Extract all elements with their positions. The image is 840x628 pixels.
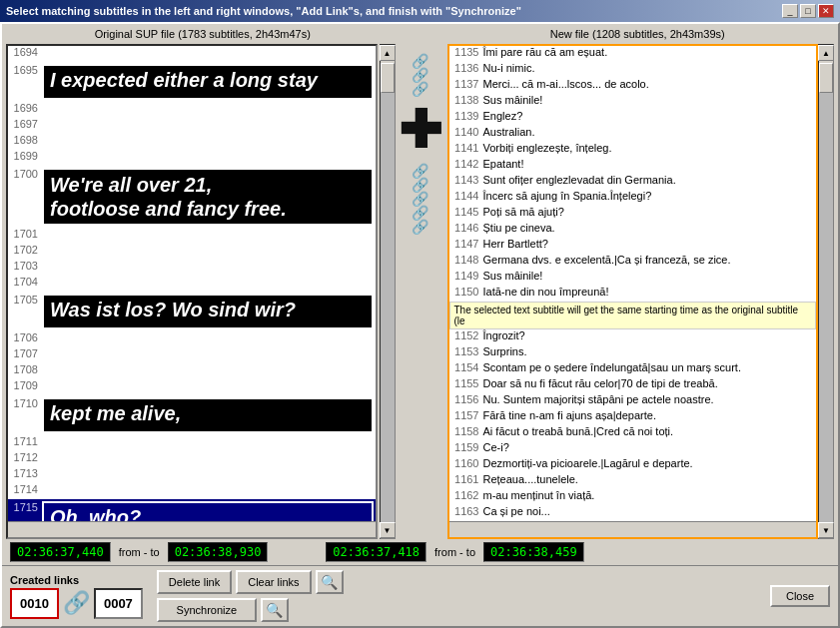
list-item: 1146Știu pe cineva. [449,222,817,238]
list-item-selected[interactable]: 1715 Oh, who? [8,499,376,521]
right-subtitle-panel[interactable]: 1135Îmi pare rău că am eșuat. 1136Nu-i n… [447,44,819,539]
delete-link-button[interactable]: Delete link [157,570,232,594]
link-badge-2: 0007 [94,588,143,619]
search-right-button[interactable]: 🔍 [316,570,344,594]
list-item: 1704 [8,276,376,292]
list-item: 1707 [8,347,376,363]
right-timecode-start: 02:36:37,418 [326,542,426,562]
link-chain-icon: 🔗 [63,590,90,616]
list-item: 1145Poți să mă ajuți? [449,206,817,222]
bottom-buttons-row: Synchronize 🔍 [157,598,344,622]
right-scroll-area[interactable]: 1135Îmi pare rău că am eșuat. 1136Nu-i n… [449,46,817,521]
list-item: 1714 [8,483,376,499]
list-item: 1158Ai făcut o treabă bună.|Cred că noi … [449,425,817,441]
list-item: 1162m-au menținut în viață. [449,489,817,505]
main-window: Original SUP file (1783 subtitles, 2h43m… [0,22,840,628]
scroll-up-arrow-right[interactable]: ▲ [818,45,834,61]
list-item: 1155Doar să nu fi făcut rău celor|70 de … [449,377,817,393]
right-hscrollbar[interactable] [449,521,817,537]
list-item: 1154Scontam pe o ședere îndelungată|sau … [449,361,817,377]
left-vscrollbar[interactable]: ▲ ▼ [380,44,396,539]
list-item: 1161Rețeaua....tunelele. [449,473,817,489]
list-item: 1137Merci... că m-ai...lscos... de acolo… [449,78,817,94]
window-title: Select matching subtitles in the left an… [6,5,521,17]
scroll-thumb-right[interactable] [819,63,833,93]
add-link-plus-icon: ✚ [399,104,442,156]
right-from-to-label: from - to [434,546,475,558]
list-item: 1139Englez? [449,110,817,126]
left-panel-header: Original SUP file (1783 subtitles, 2h43m… [10,28,396,40]
scroll-down-arrow[interactable]: ▼ [380,522,396,538]
synchronize-button[interactable]: Synchronize [157,598,257,622]
list-item: 1706 [8,331,376,347]
list-item: 1700 We're all over 21,footloose and fan… [8,166,376,228]
scroll-down-arrow-right[interactable]: ▼ [818,522,834,538]
list-item: 1135Îmi pare rău că am eșuat. [449,46,817,62]
list-item: 1694 [8,46,376,62]
list-item: 1153Surprins. [449,345,817,361]
scroll-up-arrow[interactable]: ▲ [380,45,396,61]
middle-panel: 🔗🔗🔗 ✚ 🔗🔗🔗🔗🔗 [396,44,445,539]
maximize-button[interactable]: □ [800,4,816,18]
list-item: 1713 [8,467,376,483]
chain-icon: 🔗🔗🔗 [412,54,428,96]
close-window-button[interactable]: ✕ [818,4,834,18]
close-button[interactable]: Close [770,585,830,607]
list-item: 1705 Was ist los? Wo sind wir? [8,292,376,331]
scroll-track-right [819,93,833,522]
left-hscrollbar[interactable] [8,521,376,537]
list-item: 1712 [8,451,376,467]
list-item: 1143Sunt ofițer englezlevadat din German… [449,174,817,190]
right-timecode-end: 02:36:38,459 [483,542,584,562]
list-item: 1150Iată-ne din nou împreună! [449,286,817,302]
list-item: 1149Sus mâinile! [449,270,817,286]
list-item: 1696 [8,102,376,118]
left-from-to-label: from - to [119,546,160,558]
list-item: 1140Australian. [449,126,817,142]
list-item: 1159Ce-i? [449,441,817,457]
scroll-track [381,93,395,522]
list-item: 1697 [8,118,376,134]
link-badge-1: 0010 [10,588,59,619]
right-panel-wrapper: 1135Îmi pare rău că am eșuat. 1136Nu-i n… [445,44,835,539]
search-left-button[interactable]: 🔍 [261,598,289,622]
list-item: 1695 I expected either a long stay [8,62,376,102]
list-item: 1157Fără tine n-am fi ajuns așa|departe. [449,409,817,425]
tooltip-bar: The selected text subtitle will get the … [449,302,817,329]
list-item: 1703 [8,260,376,276]
right-vscrollbar[interactable]: ▲ ▼ [818,44,834,539]
scroll-thumb[interactable] [381,63,395,93]
title-bar-buttons: _ □ ✕ [782,4,834,18]
right-panel-header: New file (1208 subtitles, 2h43m39s) [445,28,831,40]
list-item: 1708 [8,363,376,379]
left-panel-wrapper: 1694 1695 I expected either a long stay … [6,44,396,539]
list-item: 1710 kept me alive, [8,395,376,435]
list-item: 1701 [8,228,376,244]
left-timecode-start: 02:36:37,440 [10,542,111,562]
list-item: 1142Epatant! [449,158,817,174]
left-scroll-area[interactable]: 1694 1695 I expected either a long stay … [8,46,376,521]
list-item: 1163Ca și pe noi... [449,505,817,521]
left-timecode-end: 02:36:38,930 [168,542,269,562]
link-badges-row: 0010 🔗 0007 [10,588,143,619]
list-item: 1709 [8,379,376,395]
action-buttons: Delete link Clear links 🔍 Synchronize 🔍 [157,570,344,622]
list-item: 1147Herr Bartlett? [449,238,817,254]
created-links-label: Created links [10,574,143,586]
timecode-row: 02:36:37,440 from - to 02:36:38,930 02:3… [2,539,838,565]
list-item: 1141Vorbiți englezește, înțeleg. [449,142,817,158]
top-buttons-row: Delete link Clear links 🔍 [157,570,344,594]
chain-icon-bottom: 🔗🔗🔗🔗🔗 [412,164,428,234]
list-item: 1138Sus mâinile! [449,94,817,110]
list-item: 1699 [8,150,376,166]
minimize-button[interactable]: _ [782,4,798,18]
left-subtitle-panel[interactable]: 1694 1695 I expected either a long stay … [6,44,378,539]
list-item: 1160Dezmortiți-va picioarele.|Lagărul e … [449,457,817,473]
clear-links-button[interactable]: Clear links [236,570,311,594]
header-row: Original SUP file (1783 subtitles, 2h43m… [2,24,838,44]
list-item: 1152Îngrozit? [449,329,817,345]
bottom-panel: Created links 0010 🔗 0007 Delete link Cl… [2,565,838,626]
list-item: 1148Germana dvs. e excelentă.|Ca și fran… [449,254,817,270]
list-item: 1156Nu. Suntem majoritși stăpâni pe acte… [449,393,817,409]
content-area: 1694 1695 I expected either a long stay … [2,44,838,539]
